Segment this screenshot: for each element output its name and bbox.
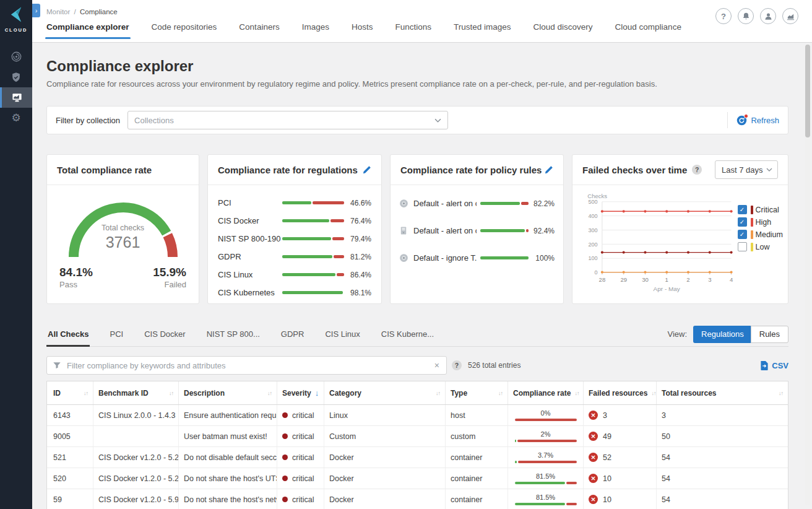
check-tab-nist-sp-800[interactable]: NIST SP 800... [205, 324, 261, 346]
divider [727, 112, 728, 128]
cell-id: 520 [47, 468, 93, 489]
sidebar-item-monitor[interactable] [0, 87, 32, 108]
check-tab-all-checks[interactable]: All Checks [46, 324, 90, 346]
regulation-row-cis-kubernetes[interactable]: CIS Kubernetes98.1% [218, 284, 371, 302]
column-header-description[interactable]: Description↓↑ [179, 381, 277, 404]
csv-export-button[interactable]: CSV [760, 361, 788, 370]
regulation-row-nist-sp-800-190[interactable]: NIST SP 800-19079.4% [218, 230, 371, 248]
column-header-compliance-rate[interactable]: Compliance rate↓↑ [508, 381, 584, 404]
cell-type: host [446, 405, 508, 425]
svg-text:0: 0 [595, 269, 598, 276]
filter-help-icon[interactable]: ? [452, 360, 462, 370]
legend-checkbox[interactable] [738, 242, 747, 251]
sidebar-item-radar[interactable] [0, 46, 32, 67]
cell-category: Linux [324, 405, 446, 425]
check-tab-gdpr[interactable]: GDPR [280, 324, 306, 346]
table-row-59[interactable]: 59CIS Docker v1.2.0 - 5.9Do not share th… [47, 489, 788, 509]
failed-badge-icon: ✕ [589, 495, 598, 504]
cell-type: custom [446, 426, 508, 446]
tab-cloud-compliance[interactable]: Cloud compliance [615, 22, 681, 39]
regulation-row-gdpr[interactable]: GDPR81.2% [218, 248, 371, 266]
page-title: Compliance explorer [46, 58, 788, 75]
policy-rule-value: 82.2% [529, 199, 555, 208]
compliance-filter-box: × [46, 356, 447, 375]
table-row-521[interactable]: 521CIS Docker v1.2.0 - 5.21Do not disabl… [47, 447, 788, 468]
cell-category: Docker [324, 489, 446, 509]
stats-icon[interactable] [782, 8, 798, 24]
column-header-total-resources[interactable]: Total resources↓↑ [657, 381, 788, 404]
table-row-520[interactable]: 520CIS Docker v1.2.0 - 5.20Do not share … [47, 468, 788, 489]
column-header-severity[interactable]: Severity↓ [277, 381, 324, 404]
tab-images[interactable]: Images [302, 22, 329, 39]
table-row-6143[interactable]: 6143CIS Linux 2.0.0 - 1.4.3Ensure authen… [47, 405, 788, 426]
sidebar-item-gear[interactable]: ⚙ [0, 108, 32, 128]
failed-badge-icon: ✕ [589, 453, 598, 462]
tab-code-repositories[interactable]: Code repositories [152, 22, 217, 39]
total-entries: 526 total entries [468, 361, 520, 370]
legend-swatch [751, 218, 753, 227]
check-tab-cis-docker[interactable]: CIS Docker [143, 324, 186, 346]
regulation-row-pci[interactable]: PCI46.6% [218, 194, 371, 212]
cell-benchmark-id [93, 426, 179, 446]
column-header-benchmark-id[interactable]: Benchmark ID↓↑ [93, 381, 179, 404]
tab-hosts[interactable]: Hosts [352, 22, 373, 39]
sort-icon: ↓↑ [647, 390, 655, 396]
column-header-category[interactable]: Category↓↑ [324, 381, 446, 404]
sidebar-item-shield[interactable] [0, 67, 32, 87]
regulation-row-cis-linux[interactable]: CIS Linux86.4% [218, 266, 371, 284]
policy-rule-row[interactable]: Default - alert on c...82.2% [399, 199, 555, 208]
cell-description: Do not disable default seccomp p... [179, 447, 277, 468]
edit-pencil-icon[interactable] [544, 165, 553, 175]
table-row-9005[interactable]: 9005User batman must exist!criticalCusto… [47, 426, 788, 447]
regulation-label: GDPR [218, 252, 282, 261]
cell-failed-resources: ✕49 [584, 426, 657, 446]
view-button-rules[interactable]: Rules [751, 326, 788, 343]
scrollbar-thumb[interactable] [805, 45, 810, 137]
notifications-icon[interactable] [738, 8, 754, 24]
tab-compliance-explorer[interactable]: Compliance explorer [46, 22, 129, 39]
policy-rule-row[interactable]: Default - ignore T...100% [399, 253, 555, 263]
policy-rule-row[interactable]: Default - alert on c...92.4% [399, 226, 555, 235]
legend-checkbox[interactable]: ✓ [738, 217, 747, 227]
legend-item-low[interactable]: Low [738, 242, 783, 251]
legend-item-high[interactable]: ✓High [738, 217, 783, 227]
total-compliance-card: Total compliance rate Total checks 3761 [46, 154, 199, 304]
cell-total-resources: 54 [657, 468, 788, 489]
tab-cloud-discovery[interactable]: Cloud discovery [533, 22, 593, 39]
check-tab-cis-linux[interactable]: CIS Linux [324, 324, 361, 346]
tab-functions[interactable]: Functions [395, 22, 431, 39]
tab-trusted-images[interactable]: Trusted images [454, 22, 511, 39]
sidebar-expand-button[interactable]: › [32, 4, 40, 17]
help-badge-icon[interactable]: ? [692, 165, 702, 175]
breadcrumb-parent[interactable]: Monitor [46, 8, 70, 15]
cell-category: Custom [324, 426, 446, 446]
refresh-button[interactable]: Refresh [736, 115, 779, 126]
svg-text:1: 1 [665, 276, 668, 283]
failed-count: 10 [603, 495, 611, 504]
column-header-id[interactable]: ID↓↑ [47, 381, 93, 404]
user-icon[interactable] [760, 8, 776, 24]
legend-checkbox[interactable]: ✓ [738, 205, 747, 214]
severity-dot [282, 455, 288, 460]
regulation-value: 46.6% [344, 199, 371, 207]
regulation-row-cis-docker[interactable]: CIS Docker76.4% [218, 212, 371, 230]
legend-checkbox[interactable]: ✓ [738, 230, 747, 239]
column-header-failed-resources[interactable]: Failed resources↓↑ [584, 381, 657, 404]
legend-item-medium[interactable]: ✓Medium [738, 230, 783, 239]
collections-select[interactable]: Collections [127, 111, 448, 129]
cell-description: Do not share the host's UTS nam... [179, 468, 277, 489]
clear-filter-icon[interactable]: × [433, 360, 441, 370]
column-header-type[interactable]: Type↓↑ [446, 381, 508, 404]
check-tab-cis-kuberne[interactable]: CIS Kuberne... [380, 324, 435, 346]
time-range-select[interactable]: Last 7 days [715, 160, 778, 179]
legend-item-critical[interactable]: ✓Critical [738, 205, 783, 214]
view-button-regulations[interactable]: Regulations [693, 326, 752, 343]
tab-containers[interactable]: Containers [239, 22, 279, 39]
cell-description: User batman must exist! [179, 426, 277, 446]
cell-failed-resources: ✕10 [584, 468, 657, 489]
compliance-filter-input[interactable] [66, 360, 433, 371]
edit-pencil-icon[interactable] [362, 165, 371, 175]
check-tab-pci[interactable]: PCI [108, 324, 124, 346]
help-icon[interactable]: ? [715, 8, 732, 24]
gauge-center-label: Total checks [61, 224, 185, 232]
